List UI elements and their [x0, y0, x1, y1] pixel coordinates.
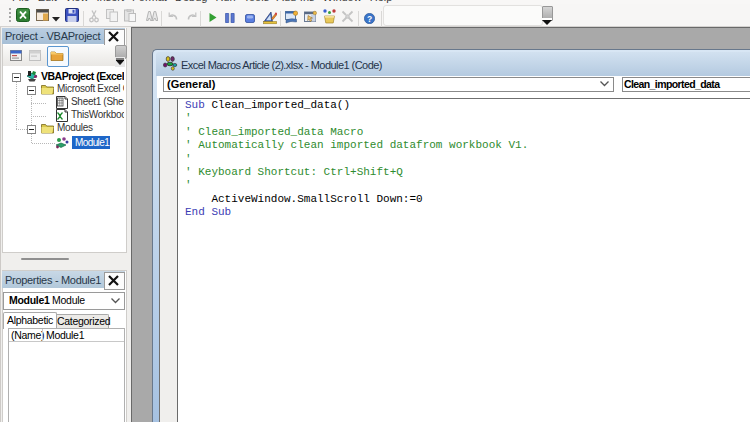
svg-text:?: ? [367, 14, 372, 24]
